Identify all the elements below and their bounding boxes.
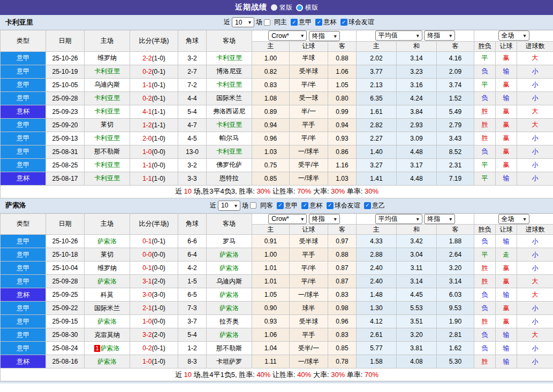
home-team-cell[interactable]: 卡利亚里 <box>85 65 130 78</box>
away-team-cell[interactable]: 帕尔马 <box>207 132 252 145</box>
away-team-cell[interactable]: 弗洛西诺尼 <box>207 105 252 118</box>
fulltime-score: 1-1 <box>142 175 151 182</box>
final-odds-select[interactable]: 终指 <box>309 214 340 224</box>
scope-select[interactable]: 全场 <box>498 30 529 41</box>
fulltime-score: 1-2 <box>142 121 151 129</box>
league-filter[interactable]: 意乙 <box>364 201 385 210</box>
home-team-cell[interactable]: 莱切 <box>85 248 130 262</box>
match-count-select[interactable]: 10 <box>232 17 254 27</box>
summary-segment: 40% <box>256 371 270 379</box>
home-team-cell[interactable]: 卡利亚里 <box>85 91 130 105</box>
away-team-cell[interactable]: 卡利亚里 <box>207 78 252 91</box>
away-team-cell[interactable]: 国际米兰 <box>207 91 252 105</box>
away-team-cell[interactable]: 那不勒斯 <box>207 342 252 355</box>
away-team-cell[interactable]: 卡利亚里 <box>207 51 252 65</box>
final-odds-select-2[interactable]: 终指 <box>424 30 455 41</box>
match-date: 25-09-13 <box>46 132 85 145</box>
final-odds-select[interactable]: 终指 <box>309 31 340 41</box>
handicap-line: 平手 <box>290 248 328 262</box>
match-count-value: 10 <box>221 202 228 209</box>
away-team-cell[interactable]: 萨索洛 <box>207 328 252 342</box>
league-filter[interactable]: 意杯 <box>301 201 322 210</box>
home-team-cell[interactable]: 维罗纳 <box>85 262 130 275</box>
halftime-score: (0-0) <box>152 264 165 272</box>
home-team-cell[interactable]: 维罗纳 <box>85 51 130 65</box>
sub-header-away-odds: 客 <box>328 225 357 235</box>
match-date: 25-10-04 <box>46 262 85 275</box>
home-team-cell[interactable]: 萨索洛 <box>85 355 130 368</box>
bookmaker-select[interactable]: Crow* <box>268 30 307 41</box>
away-team-cell[interactable]: 卡利亚里 <box>207 145 252 158</box>
away-team-cell[interactable]: 萨索洛 <box>207 302 252 315</box>
sub-header-home-odds: 主 <box>252 41 290 51</box>
league-filter[interactable]: 意甲 <box>291 18 312 27</box>
away-team-cell[interactable]: 乌迪内斯 <box>207 275 252 288</box>
layout-option-horizontal[interactable]: 横版 <box>296 3 318 12</box>
match-count-select[interactable]: 10 <box>218 201 240 211</box>
checkbox-checked-icon[interactable] <box>291 19 298 26</box>
avg-home-odds: 3.77 <box>357 65 397 78</box>
checkbox-checked-icon[interactable] <box>364 202 371 209</box>
home-team-cell[interactable]: 萨索洛 <box>85 275 130 288</box>
away-team-name: 卡利亚里 <box>216 54 242 62</box>
home-team-cell[interactable]: 卡利亚里 <box>85 132 130 145</box>
checkbox-checked-icon[interactable] <box>327 202 334 209</box>
final-odds-select-2[interactable]: 终指 <box>424 214 455 224</box>
average-select[interactable]: 平均值 <box>375 30 422 41</box>
away-team-cell[interactable]: 恩特拉 <box>207 172 252 185</box>
table-row: 意甲 25-10-26 萨索洛 0-1(0-1) 6-6 罗马 0.91 受半球… <box>1 235 553 248</box>
away-team-cell[interactable]: 萨索洛 <box>207 288 252 302</box>
fulltime-score: 3-1 <box>142 278 151 285</box>
away-team-cell[interactable]: 卡利亚里 <box>207 118 252 132</box>
fulltime-score: 1-1 <box>142 162 151 169</box>
radio-vertical-icon[interactable] <box>271 4 277 11</box>
result-handicap: 走 <box>496 248 517 262</box>
away-team-cell[interactable]: 萨索洛 <box>207 262 252 275</box>
away-team-cell[interactable]: 博洛尼亚 <box>207 65 252 78</box>
home-team-cell[interactable]: 卡利亚里 <box>85 105 130 118</box>
home-team-cell[interactable]: 卡利亚里 <box>85 172 130 185</box>
league-filter[interactable]: 意甲 <box>277 201 298 210</box>
home-team-cell[interactable]: 莱切 <box>85 118 130 132</box>
match-type-badge: 意杯 <box>1 288 46 302</box>
scope-select[interactable]: 全场 <box>498 214 529 224</box>
fulltime-score: 1-0 <box>142 318 151 325</box>
home-team-cell[interactable]: 科莫 <box>85 288 130 302</box>
away-team-cell[interactable]: 卡坦萨罗 <box>207 355 252 368</box>
away-team-cell[interactable]: 佛罗伦萨 <box>207 158 252 172</box>
checkbox-checked-icon[interactable] <box>277 202 284 209</box>
checkbox-checked-icon[interactable] <box>340 19 347 26</box>
league-filter[interactable]: 球会友谊 <box>327 201 360 210</box>
home-team-cell[interactable]: 1萨索洛 <box>85 342 130 355</box>
same-away-checkbox[interactable] <box>250 202 256 209</box>
home-team-cell[interactable]: 萨索洛 <box>85 235 130 248</box>
avg-away-odds: 1.62 <box>437 342 474 355</box>
home-team-cell[interactable]: 卡利亚里 <box>85 158 130 172</box>
result-outcome: 负 <box>474 302 496 315</box>
same-away-label: 同客 <box>260 201 273 210</box>
average-select[interactable]: 平均值 <box>375 214 422 224</box>
checkbox-checked-icon[interactable] <box>315 19 322 26</box>
home-team-cell[interactable]: 那不勒斯 <box>85 145 130 158</box>
radio-horizontal-icon[interactable] <box>296 4 303 11</box>
same-home-checkbox[interactable] <box>264 19 270 26</box>
layout-option-vertical[interactable]: 竖版 <box>271 3 292 12</box>
result-handicap: 赢 <box>496 145 517 158</box>
home-team-cell[interactable]: 克雷莫纳 <box>85 328 130 342</box>
avg-home-odds: 1.48 <box>357 288 397 302</box>
home-team-cell[interactable]: 萨索洛 <box>85 315 130 328</box>
away-team-cell[interactable]: 罗马 <box>207 235 252 248</box>
away-team-name: 那不勒斯 <box>216 344 242 352</box>
home-team-cell[interactable]: 国际米兰 <box>85 302 130 315</box>
checkbox-checked-icon[interactable] <box>301 202 308 209</box>
home-team-cell[interactable]: 乌迪内斯 <box>85 78 130 91</box>
bookmaker-select[interactable]: Crow* <box>268 214 307 224</box>
score-cell: 1-0(1-0) <box>130 355 178 368</box>
away-team-cell[interactable]: 萨索洛 <box>207 248 252 262</box>
handicap-line: 球半 <box>290 302 328 315</box>
league-filter[interactable]: 球会友谊 <box>340 18 374 27</box>
away-team-name: 乌迪内斯 <box>216 278 242 285</box>
away-team-cell[interactable]: 拉齐奥 <box>207 315 252 328</box>
league-filter[interactable]: 意杯 <box>315 18 336 27</box>
avg-draw-odds: 3.42 <box>397 235 437 248</box>
